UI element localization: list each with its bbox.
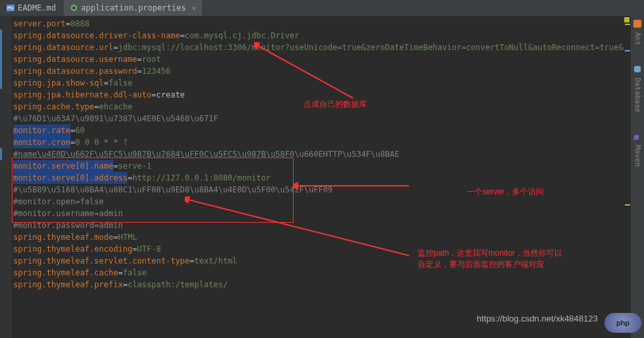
code-line[interactable]: spring.thymeleaf.mode=HTML: [13, 231, 631, 243]
code-line[interactable]: #\u76D1\u63A7\u9891\u7387\u4E0E\u5468\u6…: [13, 113, 631, 125]
change-marker: [0, 77, 2, 89]
code-editor[interactable]: server.port=8888spring.datasource.driver…: [13, 18, 631, 338]
code-line[interactable]: #monitor.username=admin: [13, 208, 631, 219]
tool-maven[interactable]: m Maven: [633, 132, 642, 167]
change-marker: [0, 42, 2, 53]
tool-ant[interactable]: Ant: [633, 20, 642, 45]
svg-text:m: m: [633, 132, 639, 140]
code-line[interactable]: #name\u4E0D\u662F\u5FC5\u987B\u7684\uFF0…: [13, 148, 631, 160]
maven-icon: m: [633, 132, 641, 142]
markdown-icon: [7, 4, 15, 12]
code-line[interactable]: spring.datasource.password=123456: [13, 65, 631, 77]
change-marker: [0, 30, 2, 42]
code-line[interactable]: server.port=8888: [13, 18, 631, 30]
watermark-text: https://blog.csdn.net/xk4848123: [476, 314, 598, 324]
editor-gutter: [0, 16, 12, 338]
properties-icon: [70, 4, 78, 12]
code-line[interactable]: monitor.cron=0 0 0 * * ?: [13, 136, 631, 148]
database-icon: [633, 65, 641, 75]
code-line[interactable]: monitor.serve[0].name=serve-1: [13, 160, 631, 172]
right-sidebar: Ant Database m Maven: [631, 16, 644, 338]
code-line[interactable]: spring.datasource.driver-class-name=com.…: [13, 30, 631, 42]
tab-label: application.properties: [81, 3, 186, 13]
annotation-text-1: 点成自己的数据库: [304, 99, 367, 110]
editor-tabs: EADME.md application.properties ×: [0, 0, 644, 16]
change-marker: [0, 53, 2, 65]
annotation-text-2: 一个server，多个访问: [467, 186, 544, 198]
code-line[interactable]: spring.thymeleaf.prefix=classpath:/templ…: [13, 279, 631, 291]
code-line[interactable]: spring.jpa.show-sql=false: [13, 77, 631, 89]
code-line[interactable]: spring.datasource.username=root: [13, 53, 631, 65]
change-marker: [0, 148, 2, 160]
tab-label: EADME.md: [18, 3, 56, 13]
scrollbar[interactable]: [624, 16, 630, 338]
tool-database[interactable]: Database: [633, 65, 642, 113]
close-icon[interactable]: ×: [192, 5, 196, 12]
tab-readme[interactable]: EADME.md: [0, 0, 63, 16]
code-line[interactable]: #monitor.password=admin: [13, 219, 631, 231]
change-marker: [0, 65, 2, 77]
annotation-text-3: 监控path，这里我写monitor，当然你可以 自定义，要与后面监控的客户端对…: [418, 248, 562, 270]
svg-point-2: [73, 7, 75, 9]
php-badge: php: [604, 313, 641, 333]
ant-icon: [633, 20, 641, 30]
tab-application-properties[interactable]: application.properties ×: [63, 0, 203, 16]
code-line[interactable]: spring.datasource.url=jdbc:mysql://local…: [13, 42, 631, 53]
svg-rect-6: [633, 20, 641, 28]
code-line[interactable]: monitor.serve[0].address=http://127.0.0.…: [13, 172, 631, 184]
warning-indicator: [624, 17, 629, 22]
code-line[interactable]: monitor.rate=60: [13, 125, 631, 136]
